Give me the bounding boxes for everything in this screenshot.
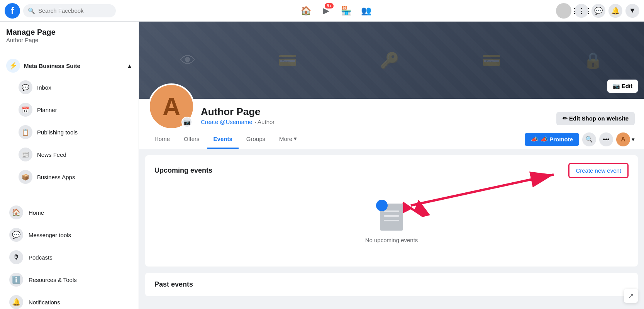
top-navigation: f 🔍 🏠 ▶ 9+ 🏪 👥 ⋮⋮⋮ 💬 🔔 ▼ xyxy=(0,0,644,22)
sidebar-item-resources-tools[interactable]: ℹ️ Resources & Tools xyxy=(3,269,136,290)
page-tabs: Home Offers Events Groups More ▾ 📣 📣 Pro… xyxy=(139,130,644,149)
people-nav-button[interactable]: 👥 xyxy=(357,2,375,20)
meta-business-suite-label: Meta Business Suite xyxy=(24,63,80,69)
sidebar-item-podcasts[interactable]: 🎙 Podcasts xyxy=(3,246,136,268)
messenger-button[interactable]: 💬 xyxy=(591,4,605,18)
home-sidebar-icon: 🏠 xyxy=(9,205,23,219)
sidebar-subtitle: Author Page xyxy=(6,37,132,43)
sidebar-item-publishing-tools[interactable]: 📋 Publishing tools xyxy=(12,121,136,143)
main-layout: Manage Page Author Page ⚡ Meta Business … xyxy=(0,22,644,309)
facebook-logo[interactable]: f xyxy=(5,3,20,19)
camera-icon: 📷 xyxy=(184,119,190,125)
sidebar: Manage Page Author Page ⚡ Meta Business … xyxy=(0,22,139,309)
messenger-tools-icon: 💬 xyxy=(9,228,23,242)
profile-avatar-wrapper: A 📷 xyxy=(148,83,195,130)
inbox-label: Inbox xyxy=(37,84,51,91)
home-icon: 🏠 xyxy=(301,6,311,16)
ellipsis-icon: ••• xyxy=(603,136,610,143)
upcoming-events-title: Upcoming events xyxy=(154,166,212,175)
tab-avatar-dropdown[interactable]: A ▾ xyxy=(616,132,635,146)
topnav-left: f 🔍 xyxy=(5,3,116,19)
resources-tools-icon: ℹ️ xyxy=(9,273,23,287)
sidebar-item-news-feed[interactable]: 📰 News Feed xyxy=(12,144,136,165)
planner-label: Planner xyxy=(37,107,57,113)
sidebar-header: Manage Page Author Page xyxy=(0,22,139,46)
planner-icon: 📅 xyxy=(19,103,32,117)
search-bar[interactable]: 🔍 xyxy=(23,4,116,17)
more-chevron-icon: ▾ xyxy=(294,135,297,142)
sidebar-item-business-apps[interactable]: 📦 Business Apps xyxy=(12,166,136,188)
profile-role: · Author xyxy=(255,119,275,125)
meta-business-suite-icon: ⚡ xyxy=(6,59,20,73)
cover-photo: 👁 💳 🔑 💳 🔒 📷 Edit xyxy=(139,22,644,99)
business-apps-label: Business Apps xyxy=(37,174,75,180)
edit-shop-button[interactable]: ✏ Edit Shop on Website xyxy=(556,112,635,125)
empty-state-circle-icon xyxy=(376,200,388,211)
home-sidebar-label: Home xyxy=(29,209,44,216)
sidebar-item-notifications[interactable]: 🔔 Notifications xyxy=(3,291,136,309)
tab-offers[interactable]: Offers xyxy=(178,130,206,149)
avatar-dropdown-arrow: ▾ xyxy=(632,136,635,143)
avatar-camera-button[interactable]: 📷 xyxy=(181,117,192,127)
inbox-icon: 💬 xyxy=(19,80,32,94)
cover-decoration: 👁 💳 🔑 💳 🔒 xyxy=(139,22,644,99)
video-badge: 9+ xyxy=(325,3,334,8)
resources-tools-label: Resources & Tools xyxy=(29,277,77,283)
podcasts-icon: 🎙 xyxy=(9,250,23,264)
tab-user-avatar: A xyxy=(616,132,630,146)
upcoming-events-card: Upcoming events Create new event xyxy=(145,155,638,267)
tab-right-actions: 📣 📣 Promote 🔍 ••• A ▾ xyxy=(525,132,635,146)
search-input[interactable] xyxy=(38,7,111,14)
publishing-tools-label: Publishing tools xyxy=(37,129,78,136)
external-link-icon[interactable]: ↗ xyxy=(624,289,638,303)
megaphone-icon: 📣 xyxy=(531,136,538,143)
tab-home[interactable]: Home xyxy=(148,130,176,149)
news-feed-icon: 📰 xyxy=(19,148,32,161)
tab-more[interactable]: More ▾ xyxy=(273,130,303,149)
video-nav-button[interactable]: ▶ 9+ xyxy=(317,2,335,20)
topnav-right: ⋮⋮⋮ 💬 🔔 ▼ xyxy=(556,3,639,19)
messenger-tools-label: Messenger tools xyxy=(29,232,71,238)
tab-groups[interactable]: Groups xyxy=(240,130,271,149)
news-feed-label: News Feed xyxy=(37,151,66,158)
sidebar-item-planner[interactable]: 📅 Planner xyxy=(12,99,136,121)
grid-menu-button[interactable]: ⋮⋮⋮ xyxy=(575,4,588,18)
empty-state-icon xyxy=(376,200,407,231)
meta-sub-items: 💬 Inbox 📅 Planner 📋 Publishing tools 📰 N… xyxy=(0,76,139,188)
tab-events[interactable]: Events xyxy=(207,130,239,149)
user-avatar-blurred[interactable] xyxy=(556,3,571,19)
search-icon: 🔍 xyxy=(28,7,35,14)
cover-deco-icon-2: 💳 xyxy=(278,51,297,70)
tab-more-actions-button[interactable]: ••• xyxy=(599,132,613,146)
notifications-sidebar-label: Notifications xyxy=(29,299,60,306)
podcasts-label: Podcasts xyxy=(29,254,53,261)
search-tab-icon: 🔍 xyxy=(585,136,593,143)
cover-deco-icon-3: 🔑 xyxy=(380,51,399,70)
sidebar-item-home[interactable]: 🏠 Home xyxy=(3,202,136,223)
home-nav-button[interactable]: 🏠 xyxy=(297,2,315,20)
expand-button[interactable]: ▼ xyxy=(625,4,639,18)
notifications-button[interactable]: 🔔 xyxy=(608,4,622,18)
profile-name: Author Page xyxy=(201,106,550,118)
cover-edit-button[interactable]: 📷 Edit xyxy=(607,80,638,93)
main-content: 👁 💳 🔑 💳 🔒 📷 Edit A 📷 Author Page Create … xyxy=(139,22,644,309)
store-icon: 🏪 xyxy=(341,6,351,16)
sidebar-item-inbox[interactable]: 💬 Inbox xyxy=(12,76,136,98)
business-apps-icon: 📦 xyxy=(19,170,32,184)
publishing-tools-icon: 📋 xyxy=(19,125,32,139)
more-label: More xyxy=(279,136,292,142)
profile-meta: Create @Username · Author xyxy=(201,119,550,125)
cover-deco-icon-5: 🔒 xyxy=(583,51,603,70)
sidebar-item-messenger-tools[interactable]: 💬 Messenger tools xyxy=(3,224,136,246)
create-event-button[interactable]: Create new event xyxy=(568,163,629,178)
tabs-promote-button[interactable]: 📣 📣 Promote xyxy=(525,133,579,146)
sidebar-title: Manage Page xyxy=(6,28,132,37)
tab-search-button[interactable]: 🔍 xyxy=(582,132,596,146)
meta-business-suite-header[interactable]: ⚡ Meta Business Suite ▲ xyxy=(0,56,139,76)
meta-business-suite-section: ⚡ Meta Business Suite ▲ 💬 Inbox 📅 Planne… xyxy=(0,53,139,192)
content-area: Upcoming events Create new event xyxy=(139,149,644,302)
store-nav-button[interactable]: 🏪 xyxy=(337,2,355,20)
topnav-center: 🏠 ▶ 9+ 🏪 👥 xyxy=(119,2,553,20)
create-username-link[interactable]: Create @Username xyxy=(201,119,253,125)
notifications-sidebar-icon: 🔔 xyxy=(9,295,23,309)
